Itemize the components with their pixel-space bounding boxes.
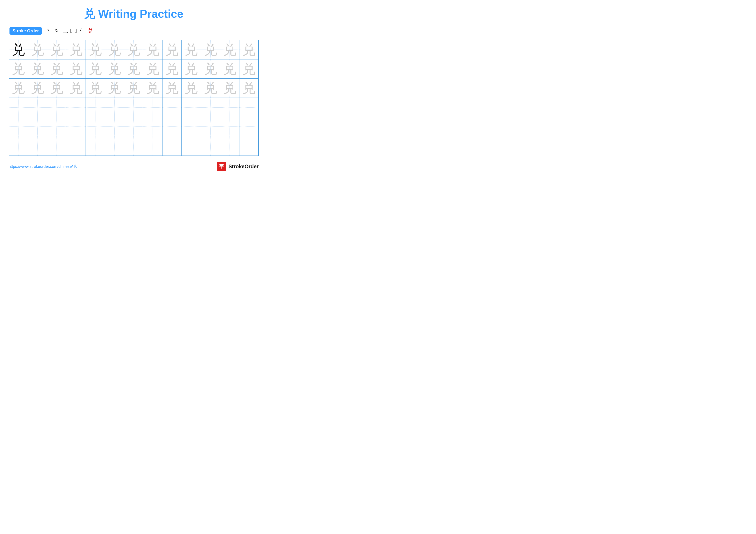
grid-cell[interactable]: 兑 bbox=[220, 60, 239, 79]
grid-cell[interactable]: 兑 bbox=[182, 60, 201, 79]
grid-cell[interactable]: 兑 bbox=[201, 40, 220, 60]
grid-cell[interactable]: 兑 bbox=[162, 60, 182, 79]
grid-cell[interactable]: 兑 bbox=[182, 40, 201, 60]
grid-cell[interactable]: 兑 bbox=[86, 79, 105, 98]
grid-cell[interactable] bbox=[239, 117, 258, 136]
cell-character: 兑 bbox=[146, 62, 159, 76]
grid-cell[interactable] bbox=[182, 117, 201, 136]
grid-cell[interactable] bbox=[67, 136, 86, 156]
logo-text: StrokeOrder bbox=[229, 164, 258, 169]
grid-cell[interactable] bbox=[105, 98, 124, 117]
stroke-5: 𠄎 bbox=[75, 27, 77, 34]
grid-cell[interactable]: 兑 bbox=[67, 40, 86, 60]
cell-character: 兑 bbox=[31, 81, 44, 95]
grid-cell[interactable] bbox=[239, 98, 258, 117]
grid-cell[interactable]: 兑 bbox=[105, 79, 124, 98]
grid-cell[interactable]: 兑 bbox=[124, 60, 143, 79]
cell-character: 兑 bbox=[223, 43, 236, 57]
grid-cell[interactable] bbox=[9, 117, 28, 136]
grid-cell[interactable] bbox=[239, 136, 258, 156]
grid-cell[interactable]: 兑 bbox=[67, 79, 86, 98]
page-title: 兑 Writing Practice bbox=[9, 7, 258, 21]
grid-cell[interactable] bbox=[67, 98, 86, 117]
grid-cell[interactable]: 兑 bbox=[201, 60, 220, 79]
grid-cell[interactable]: 兑 bbox=[47, 40, 67, 60]
grid-cell[interactable]: 兑 bbox=[9, 79, 28, 98]
grid-cell[interactable] bbox=[182, 98, 201, 117]
grid-cell[interactable]: 兑 bbox=[124, 79, 143, 98]
grid-cell[interactable] bbox=[143, 136, 162, 156]
grid-cell[interactable]: 兑 bbox=[67, 60, 86, 79]
grid-cell[interactable] bbox=[47, 117, 67, 136]
grid-cell[interactable]: 兑 bbox=[239, 60, 258, 79]
stroke-1: 丶 bbox=[46, 27, 52, 35]
cell-character: 兑 bbox=[242, 81, 256, 95]
grid-cell[interactable]: 兑 bbox=[182, 79, 201, 98]
footer-url: https://www.strokeorder.com/chinese/兑 bbox=[9, 164, 77, 169]
cell-character: 兑 bbox=[146, 81, 159, 95]
grid-cell[interactable] bbox=[28, 117, 47, 136]
grid-cell[interactable]: 兑 bbox=[162, 79, 182, 98]
grid-cell[interactable] bbox=[67, 117, 86, 136]
stroke-3: ⺃ bbox=[62, 27, 68, 35]
grid-cell[interactable] bbox=[86, 98, 105, 117]
grid-cell[interactable]: 兑 bbox=[47, 60, 67, 79]
grid-cell[interactable]: 兑 bbox=[143, 79, 162, 98]
grid-cell[interactable]: 兑 bbox=[105, 40, 124, 60]
grid-cell[interactable]: 兑 bbox=[28, 79, 47, 98]
grid-cell[interactable] bbox=[124, 98, 143, 117]
grid-cell[interactable] bbox=[105, 136, 124, 156]
grid-cell[interactable] bbox=[220, 117, 239, 136]
footer-logo: 字 StrokeOrder bbox=[217, 162, 258, 171]
grid-cell[interactable]: 兑 bbox=[220, 40, 239, 60]
grid-cell[interactable] bbox=[201, 136, 220, 156]
footer: https://www.strokeorder.com/chinese/兑 字 … bbox=[9, 162, 258, 171]
grid-cell[interactable] bbox=[124, 136, 143, 156]
grid-cell[interactable] bbox=[86, 136, 105, 156]
grid-cell[interactable] bbox=[47, 136, 67, 156]
grid-cell[interactable]: 兑 bbox=[201, 79, 220, 98]
grid-cell[interactable]: 兑 bbox=[28, 60, 47, 79]
grid-cell[interactable] bbox=[9, 136, 28, 156]
cell-character: 兑 bbox=[12, 81, 25, 95]
grid-cell[interactable] bbox=[162, 98, 182, 117]
grid-cell[interactable] bbox=[9, 98, 28, 117]
grid-cell[interactable]: 兑 bbox=[162, 40, 182, 60]
grid-cell[interactable] bbox=[201, 117, 220, 136]
grid-cell[interactable] bbox=[28, 136, 47, 156]
grid-cell[interactable] bbox=[47, 98, 67, 117]
cell-character: 兑 bbox=[12, 43, 25, 57]
grid-cell[interactable] bbox=[124, 117, 143, 136]
grid-cell[interactable] bbox=[162, 117, 182, 136]
grid-cell[interactable] bbox=[86, 117, 105, 136]
cell-character: 兑 bbox=[127, 43, 140, 57]
grid-cell[interactable]: 兑 bbox=[239, 79, 258, 98]
grid-cell[interactable] bbox=[220, 136, 239, 156]
grid-cell[interactable] bbox=[201, 98, 220, 117]
cell-character: 兑 bbox=[89, 81, 102, 95]
cell-character: 兑 bbox=[69, 81, 83, 95]
grid-cell[interactable]: 兑 bbox=[239, 40, 258, 60]
grid-cell[interactable]: 兑 bbox=[28, 40, 47, 60]
grid-cell[interactable] bbox=[105, 117, 124, 136]
grid-cell[interactable] bbox=[220, 98, 239, 117]
grid-cell[interactable]: 兑 bbox=[220, 79, 239, 98]
grid-cell[interactable]: 兑 bbox=[86, 60, 105, 79]
cell-character: 兑 bbox=[204, 43, 217, 57]
grid-cell[interactable]: 兑 bbox=[124, 40, 143, 60]
grid-row bbox=[9, 117, 258, 136]
cell-character: 兑 bbox=[184, 62, 198, 76]
grid-cell[interactable] bbox=[28, 98, 47, 117]
stroke-order-badge: Stroke Order bbox=[10, 27, 42, 35]
grid-cell[interactable]: 兑 bbox=[86, 40, 105, 60]
grid-cell[interactable] bbox=[182, 136, 201, 156]
grid-cell[interactable]: 兑 bbox=[143, 40, 162, 60]
grid-cell[interactable] bbox=[162, 136, 182, 156]
grid-cell[interactable]: 兑 bbox=[143, 60, 162, 79]
grid-cell[interactable]: 兑 bbox=[9, 40, 28, 60]
grid-cell[interactable] bbox=[143, 117, 162, 136]
grid-cell[interactable]: 兑 bbox=[9, 60, 28, 79]
grid-cell[interactable] bbox=[143, 98, 162, 117]
grid-cell[interactable]: 兑 bbox=[105, 60, 124, 79]
grid-cell[interactable]: 兑 bbox=[47, 79, 67, 98]
